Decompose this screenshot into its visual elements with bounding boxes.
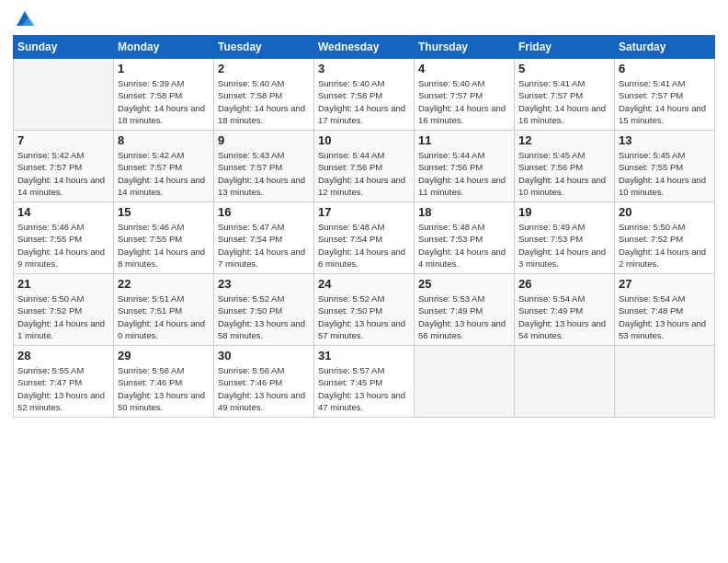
day-number: 30: [218, 349, 310, 362]
day-number: 23: [218, 277, 310, 291]
day-number: 29: [118, 349, 210, 362]
day-info: Sunrise: 5:43 AM Sunset: 7:57 PM Dayligh…: [218, 149, 310, 198]
calendar-cell: 31Sunrise: 5:57 AM Sunset: 7:45 PM Dayli…: [314, 346, 415, 418]
header: [13, 9, 715, 29]
calendar-cell: 17Sunrise: 5:48 AM Sunset: 7:54 PM Dayli…: [314, 202, 415, 274]
calendar-table: SundayMondayTuesdayWednesdayThursdayFrid…: [13, 35, 715, 418]
day-number: 8: [118, 133, 210, 147]
day-info: Sunrise: 5:56 AM Sunset: 7:46 PM Dayligh…: [218, 364, 310, 413]
day-number: 9: [218, 133, 310, 147]
day-info: Sunrise: 5:52 AM Sunset: 7:50 PM Dayligh…: [218, 293, 310, 341]
day-number: 25: [418, 277, 510, 291]
calendar-cell: 19Sunrise: 5:49 AM Sunset: 7:53 PM Dayli…: [515, 202, 615, 274]
calendar-cell: 4Sunrise: 5:40 AM Sunset: 7:57 PM Daylig…: [415, 59, 515, 131]
day-info: Sunrise: 5:46 AM Sunset: 7:55 PM Dayligh…: [118, 221, 210, 270]
day-info: Sunrise: 5:53 AM Sunset: 7:49 PM Dayligh…: [418, 293, 510, 341]
calendar-cell: [14, 59, 114, 131]
calendar-cell: 10Sunrise: 5:44 AM Sunset: 7:56 PM Dayli…: [314, 131, 415, 202]
calendar-cell: 1Sunrise: 5:39 AM Sunset: 7:58 PM Daylig…: [114, 59, 214, 131]
week-row-2: 14Sunrise: 5:46 AM Sunset: 7:55 PM Dayli…: [14, 202, 715, 274]
day-info: Sunrise: 5:55 AM Sunset: 7:47 PM Dayligh…: [17, 364, 109, 413]
day-info: Sunrise: 5:41 AM Sunset: 7:57 PM Dayligh…: [518, 77, 610, 126]
calendar-cell: 6Sunrise: 5:41 AM Sunset: 7:57 PM Daylig…: [615, 59, 715, 131]
day-number: 13: [619, 133, 711, 147]
day-info: Sunrise: 5:48 AM Sunset: 7:54 PM Dayligh…: [318, 221, 410, 270]
day-info: Sunrise: 5:48 AM Sunset: 7:53 PM Dayligh…: [418, 221, 510, 270]
week-row-4: 28Sunrise: 5:55 AM Sunset: 7:47 PM Dayli…: [14, 346, 715, 418]
week-row-1: 7Sunrise: 5:42 AM Sunset: 7:57 PM Daylig…: [14, 131, 715, 202]
day-number: 12: [518, 133, 610, 147]
day-info: Sunrise: 5:51 AM Sunset: 7:51 PM Dayligh…: [118, 293, 210, 341]
day-info: Sunrise: 5:47 AM Sunset: 7:54 PM Dayligh…: [218, 221, 310, 270]
calendar-cell: 15Sunrise: 5:46 AM Sunset: 7:55 PM Dayli…: [114, 202, 214, 274]
day-number: 28: [17, 349, 109, 362]
day-number: 17: [318, 205, 410, 219]
day-info: Sunrise: 5:52 AM Sunset: 7:50 PM Dayligh…: [318, 293, 410, 341]
weekday-thursday: Thursday: [415, 36, 515, 59]
calendar-cell: 16Sunrise: 5:47 AM Sunset: 7:54 PM Dayli…: [214, 202, 314, 274]
calendar-cell: 29Sunrise: 5:56 AM Sunset: 7:46 PM Dayli…: [114, 346, 214, 418]
calendar-cell: [615, 346, 715, 418]
day-info: Sunrise: 5:45 AM Sunset: 7:55 PM Dayligh…: [619, 149, 711, 198]
logo: [13, 9, 35, 29]
day-number: 20: [619, 205, 711, 219]
day-info: Sunrise: 5:40 AM Sunset: 7:58 PM Dayligh…: [318, 77, 410, 126]
calendar-cell: [515, 346, 615, 418]
week-row-3: 21Sunrise: 5:50 AM Sunset: 7:52 PM Dayli…: [14, 274, 715, 346]
main-container: SundayMondayTuesdayWednesdayThursdayFrid…: [0, 0, 728, 425]
day-info: Sunrise: 5:44 AM Sunset: 7:56 PM Dayligh…: [318, 149, 410, 198]
day-info: Sunrise: 5:49 AM Sunset: 7:53 PM Dayligh…: [518, 221, 610, 270]
day-number: 21: [17, 277, 109, 291]
day-number: 15: [118, 205, 210, 219]
day-number: 18: [418, 205, 510, 219]
calendar-cell: 21Sunrise: 5:50 AM Sunset: 7:52 PM Dayli…: [14, 274, 114, 346]
day-info: Sunrise: 5:50 AM Sunset: 7:52 PM Dayligh…: [17, 293, 109, 341]
calendar-cell: 28Sunrise: 5:55 AM Sunset: 7:47 PM Dayli…: [14, 346, 114, 418]
calendar-cell: 30Sunrise: 5:56 AM Sunset: 7:46 PM Dayli…: [214, 346, 314, 418]
calendar-cell: 23Sunrise: 5:52 AM Sunset: 7:50 PM Dayli…: [214, 274, 314, 346]
calendar-cell: 24Sunrise: 5:52 AM Sunset: 7:50 PM Dayli…: [314, 274, 415, 346]
weekday-header-row: SundayMondayTuesdayWednesdayThursdayFrid…: [14, 36, 715, 59]
calendar-cell: 5Sunrise: 5:41 AM Sunset: 7:57 PM Daylig…: [515, 59, 615, 131]
calendar-cell: 13Sunrise: 5:45 AM Sunset: 7:55 PM Dayli…: [615, 131, 715, 202]
day-number: 4: [418, 62, 510, 75]
day-info: Sunrise: 5:45 AM Sunset: 7:56 PM Dayligh…: [518, 149, 610, 198]
week-row-0: 1Sunrise: 5:39 AM Sunset: 7:58 PM Daylig…: [14, 59, 715, 131]
day-info: Sunrise: 5:39 AM Sunset: 7:58 PM Dayligh…: [118, 77, 210, 126]
day-number: 22: [118, 277, 210, 291]
calendar-cell: 27Sunrise: 5:54 AM Sunset: 7:48 PM Dayli…: [615, 274, 715, 346]
calendar-cell: 20Sunrise: 5:50 AM Sunset: 7:52 PM Dayli…: [615, 202, 715, 274]
calendar-cell: 14Sunrise: 5:46 AM Sunset: 7:55 PM Dayli…: [14, 202, 114, 274]
day-number: 1: [118, 62, 210, 75]
calendar-cell: 3Sunrise: 5:40 AM Sunset: 7:58 PM Daylig…: [314, 59, 415, 131]
calendar-cell: 11Sunrise: 5:44 AM Sunset: 7:56 PM Dayli…: [415, 131, 515, 202]
weekday-monday: Monday: [114, 36, 214, 59]
day-info: Sunrise: 5:54 AM Sunset: 7:49 PM Dayligh…: [518, 293, 610, 341]
day-number: 2: [218, 62, 310, 75]
day-info: Sunrise: 5:42 AM Sunset: 7:57 PM Dayligh…: [17, 149, 109, 198]
day-number: 7: [17, 133, 109, 147]
logo-icon: [15, 9, 35, 29]
day-info: Sunrise: 5:41 AM Sunset: 7:57 PM Dayligh…: [619, 77, 711, 126]
calendar-cell: 9Sunrise: 5:43 AM Sunset: 7:57 PM Daylig…: [214, 131, 314, 202]
day-number: 14: [17, 205, 109, 219]
day-info: Sunrise: 5:57 AM Sunset: 7:45 PM Dayligh…: [318, 364, 410, 413]
day-number: 10: [318, 133, 410, 147]
weekday-wednesday: Wednesday: [314, 36, 415, 59]
day-number: 3: [318, 62, 410, 75]
day-info: Sunrise: 5:50 AM Sunset: 7:52 PM Dayligh…: [619, 221, 711, 270]
day-number: 6: [619, 62, 711, 75]
calendar-cell: 12Sunrise: 5:45 AM Sunset: 7:56 PM Dayli…: [515, 131, 615, 202]
day-number: 5: [518, 62, 610, 75]
calendar-cell: 18Sunrise: 5:48 AM Sunset: 7:53 PM Dayli…: [415, 202, 515, 274]
day-number: 24: [318, 277, 410, 291]
calendar-cell: [415, 346, 515, 418]
calendar-cell: 22Sunrise: 5:51 AM Sunset: 7:51 PM Dayli…: [114, 274, 214, 346]
day-info: Sunrise: 5:46 AM Sunset: 7:55 PM Dayligh…: [17, 221, 109, 270]
weekday-tuesday: Tuesday: [214, 36, 314, 59]
day-info: Sunrise: 5:56 AM Sunset: 7:46 PM Dayligh…: [118, 364, 210, 413]
day-info: Sunrise: 5:54 AM Sunset: 7:48 PM Dayligh…: [619, 293, 711, 341]
day-number: 11: [418, 133, 510, 147]
day-info: Sunrise: 5:42 AM Sunset: 7:57 PM Dayligh…: [118, 149, 210, 198]
calendar-cell: 7Sunrise: 5:42 AM Sunset: 7:57 PM Daylig…: [14, 131, 114, 202]
